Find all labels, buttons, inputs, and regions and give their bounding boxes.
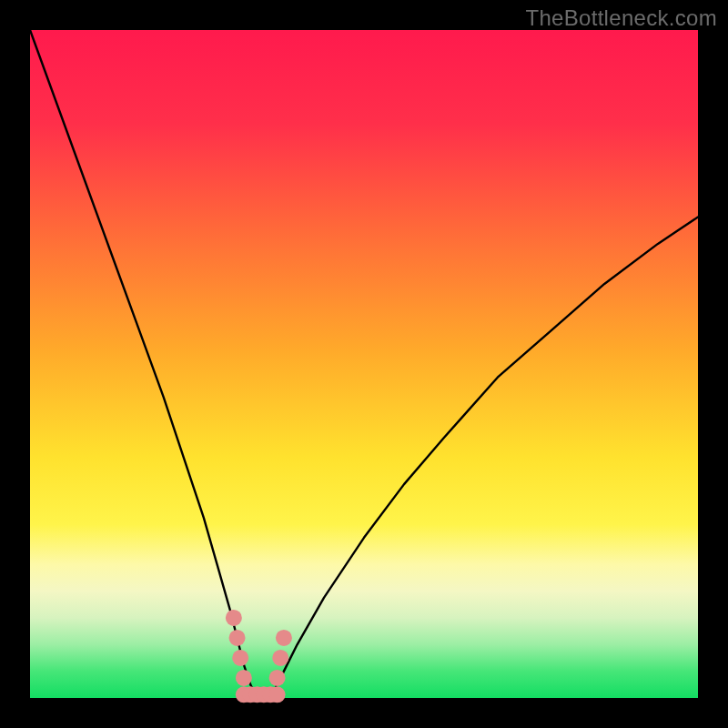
- series-marker: [276, 630, 292, 646]
- series-marker: [269, 670, 286, 686]
- series-marker: [232, 650, 248, 666]
- chart-svg: [30, 30, 698, 698]
- series-marker: [226, 610, 242, 626]
- outer-frame: TheBottleneck.com: [0, 0, 728, 728]
- series-marker: [272, 650, 288, 666]
- watermark-label: TheBottleneck.com: [525, 5, 717, 31]
- plot-area: [30, 30, 698, 698]
- bottleneck-curve: [30, 30, 698, 698]
- series-marker: [229, 630, 246, 646]
- series-marker: [269, 686, 286, 703]
- series-marker: [236, 670, 252, 686]
